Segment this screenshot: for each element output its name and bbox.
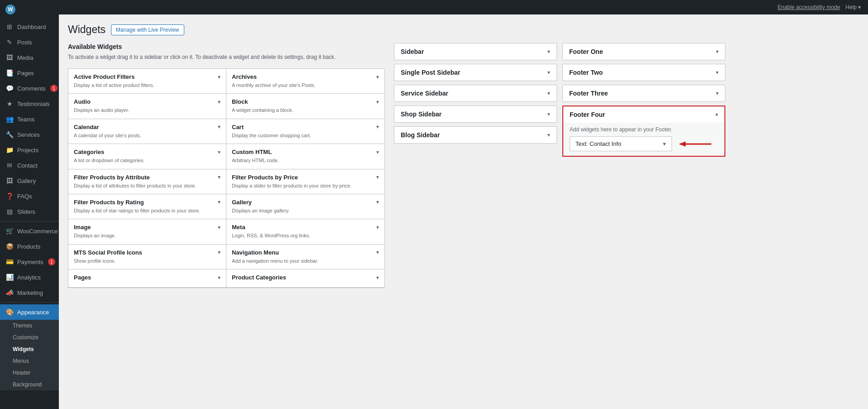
widget-desc: Display a slider to filter products in y… bbox=[232, 183, 379, 189]
sidebar-area-header[interactable]: Blog Sidebar ▾ bbox=[394, 127, 556, 143]
submenu-widgets[interactable]: Widgets bbox=[0, 343, 59, 355]
sidebar-item-dashboard[interactable]: ⊞ Dashboard bbox=[0, 19, 59, 34]
sidebar-item-products[interactable]: 📦 Products bbox=[0, 239, 59, 254]
manage-live-preview-button[interactable]: Manage with Live Preview bbox=[111, 24, 184, 35]
widget-name: Pages bbox=[74, 274, 91, 281]
sidebar-item-comments[interactable]: 💬 Comments 1 bbox=[0, 81, 59, 96]
sidebar-item-label: FAQs bbox=[17, 193, 32, 200]
widget-chevron-icon: ▾ bbox=[376, 74, 379, 80]
widget-desc: Add a navigation menu to your sidebar. bbox=[232, 258, 379, 265]
submenu-background[interactable]: Background bbox=[0, 379, 59, 390]
right-panels: Sidebar ▾ Single Post Sidebar ▾ Service … bbox=[394, 43, 859, 160]
widget-item[interactable]: Cart ▾ Display the customer shopping car… bbox=[226, 119, 384, 144]
sidebar-item-gallery[interactable]: 🖼 Gallery bbox=[0, 173, 59, 188]
footer-area-title: Footer Two bbox=[569, 69, 603, 76]
footer-four-widget-item[interactable]: Text: Contact Info ▾ bbox=[570, 136, 672, 151]
widget-chevron-icon: ▾ bbox=[218, 199, 221, 205]
widget-item[interactable]: Active Product Filters ▾ Display a list … bbox=[68, 69, 226, 94]
footer-area-title: Footer One bbox=[569, 48, 603, 55]
red-arrow-svg bbox=[677, 140, 718, 148]
widget-item[interactable]: Filter Products by Rating ▾ Display a li… bbox=[68, 194, 226, 219]
widget-item[interactable]: Filter Products by Price ▾ Display a sli… bbox=[226, 169, 384, 194]
woocommerce-icon: 🛒 bbox=[5, 227, 14, 235]
footer-chevron-icon: ▾ bbox=[716, 48, 719, 55]
widget-item[interactable]: Categories ▾ A list or dropdown of categ… bbox=[68, 144, 226, 169]
sidebar-item-marketing[interactable]: 📣 Marketing bbox=[0, 285, 59, 300]
sidebar-item-media[interactable]: 🖼 Media bbox=[0, 50, 59, 65]
submenu-header[interactable]: Header bbox=[0, 367, 59, 379]
sidebar-item-label: Teams bbox=[17, 116, 34, 123]
widget-name: Filter Products by Rating bbox=[74, 199, 144, 206]
sidebar-item-projects[interactable]: 📁 Projects bbox=[0, 142, 59, 158]
sidebar-item-services[interactable]: 🔧 Services bbox=[0, 127, 59, 142]
widget-desc: A monthly archive of your site's Posts. bbox=[232, 82, 379, 89]
accessibility-link[interactable]: Enable accessibility mode bbox=[777, 4, 840, 10]
sidebar-item-payments[interactable]: 💳 Payments 1 bbox=[0, 254, 59, 269]
sidebar-item-teams[interactable]: 👥 Teams bbox=[0, 111, 59, 127]
sidebar-area-header[interactable]: Service Sidebar ▾ bbox=[394, 85, 556, 101]
testimonials-icon: ★ bbox=[5, 100, 14, 108]
admin-topbar: Enable accessibility mode Help ▾ bbox=[59, 0, 868, 14]
widget-item[interactable]: Block ▾ A widget containing a block. bbox=[226, 94, 384, 119]
widget-item[interactable]: Audio ▾ Displays an audio player. bbox=[68, 94, 226, 119]
widget-item[interactable]: Archives ▾ A monthly archive of your sit… bbox=[226, 69, 384, 94]
sidebar-item-faqs[interactable]: ❓ FAQs bbox=[0, 188, 59, 204]
sidebar-item-woocommerce[interactable]: 🛒 WooCommerce bbox=[0, 223, 59, 239]
widget-item[interactable]: Custom HTML ▾ Arbitrary HTML code. bbox=[226, 144, 384, 169]
sidebar-item-posts[interactable]: ✎ Posts bbox=[0, 34, 59, 50]
widget-name: Filter Products by Price bbox=[232, 174, 298, 181]
widget-desc: Arbitrary HTML code. bbox=[232, 157, 379, 164]
sidebar-item-sliders[interactable]: ▤ Sliders bbox=[0, 204, 59, 219]
sidebar-item-appearance[interactable]: 🎨 Appearance bbox=[0, 304, 59, 320]
sidebar-item-pages[interactable]: 📑 Pages bbox=[0, 65, 59, 81]
widget-item[interactable]: Calendar ▾ A calendar of your site's pos… bbox=[68, 119, 226, 144]
widget-name: MTS Social Profile Icons bbox=[74, 249, 142, 256]
available-widgets-desc: To activate a widget drag it to a sideba… bbox=[68, 53, 385, 61]
footer-area-header[interactable]: Footer Three ▾ bbox=[563, 85, 725, 101]
submenu-themes[interactable]: Themes bbox=[0, 320, 59, 332]
footer-four-header[interactable]: Footer Four ▾ bbox=[563, 106, 724, 123]
widget-name: Archives bbox=[232, 73, 257, 80]
comments-badge: 1 bbox=[50, 85, 58, 92]
footer-area-header[interactable]: Footer Two ▾ bbox=[563, 64, 725, 81]
sliders-icon: ▤ bbox=[5, 207, 14, 216]
sidebar-area-header[interactable]: Single Post Sidebar ▾ bbox=[394, 64, 556, 81]
widget-item[interactable]: MTS Social Profile Icons ▾ Show profile … bbox=[68, 245, 226, 269]
widgets-grid: Active Product Filters ▾ Display a list … bbox=[68, 68, 385, 288]
sidebar-item-label: Projects bbox=[17, 147, 38, 154]
footer-area-header[interactable]: Footer One ▾ bbox=[563, 43, 725, 60]
sidebar-item-analytics[interactable]: 📊 Analytics bbox=[0, 269, 59, 285]
footer-area-one: Footer One ▾ bbox=[562, 43, 725, 60]
widget-desc: Displays an audio player. bbox=[74, 107, 221, 114]
sidebar-area-title: Blog Sidebar bbox=[401, 131, 440, 139]
footer-area-two: Footer Two ▾ bbox=[562, 64, 725, 81]
widget-item[interactable]: Pages ▾ bbox=[68, 269, 226, 288]
services-icon: 🔧 bbox=[5, 130, 14, 139]
comments-icon: 💬 bbox=[5, 84, 14, 92]
widget-item[interactable]: Meta ▾ Login, RSS, & WordPress.org links… bbox=[226, 219, 384, 244]
widget-item[interactable]: Product Categories ▾ bbox=[226, 269, 384, 288]
sidebar-item-label: Media bbox=[17, 54, 33, 61]
sidebar-item-label: Testimonials bbox=[17, 101, 50, 107]
sidebar-item-label: Gallery bbox=[17, 178, 36, 184]
help-button[interactable]: Help ▾ bbox=[845, 4, 861, 10]
widget-name: Categories bbox=[74, 149, 104, 155]
submenu-customize[interactable]: Customize bbox=[0, 332, 59, 343]
widget-item[interactable]: Navigation Menu ▾ Add a navigation menu … bbox=[226, 245, 384, 269]
available-widgets-panel: Available Widgets To activate a widget d… bbox=[68, 43, 385, 288]
available-widgets-title: Available Widgets bbox=[68, 43, 385, 50]
widget-item[interactable]: Image ▾ Displays an image. bbox=[68, 219, 226, 244]
submenu-menus[interactable]: Menus bbox=[0, 355, 59, 367]
widget-name: Navigation Menu bbox=[232, 249, 279, 256]
widget-name: Product Categories bbox=[232, 274, 286, 281]
widget-chevron-icon: ▾ bbox=[218, 274, 221, 281]
sidebar-area-header[interactable]: Shop Sidebar ▾ bbox=[394, 106, 556, 122]
widget-desc: Show profile icons. bbox=[74, 258, 221, 265]
sidebar-area-header[interactable]: Sidebar ▾ bbox=[394, 43, 556, 60]
sidebar-item-contact[interactable]: ✉ Contact bbox=[0, 158, 59, 173]
widget-item[interactable]: Filter Products by Attribute ▾ Display a… bbox=[68, 169, 226, 194]
sidebar-item-testimonials[interactable]: ★ Testimonials bbox=[0, 96, 59, 111]
widget-item[interactable]: Gallery ▾ Displays an image gallery. bbox=[226, 194, 384, 219]
widget-chevron-icon: ▾ bbox=[218, 249, 221, 255]
wp-logo-area: W bbox=[0, 0, 59, 19]
